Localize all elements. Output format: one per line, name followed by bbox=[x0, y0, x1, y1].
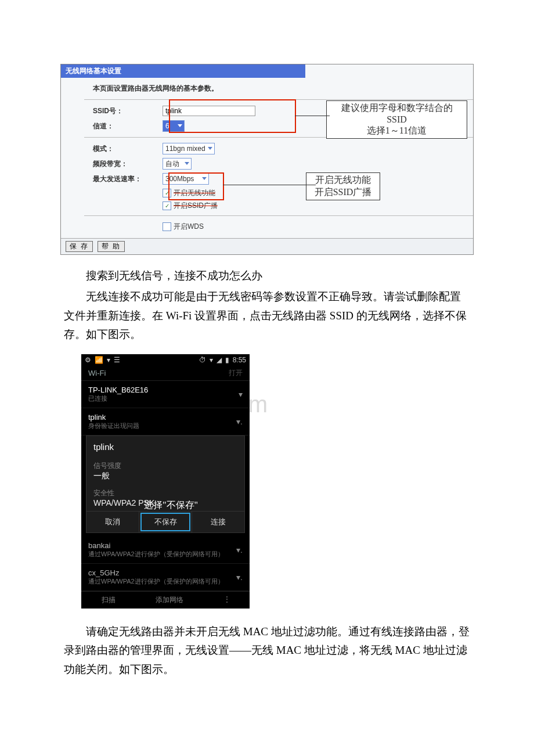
annotation-forget: 选择"不保存" bbox=[144, 499, 198, 512]
label-channel: 信道： bbox=[93, 121, 163, 131]
label-maxrate: 最大发送速率： bbox=[93, 174, 163, 184]
maxrate-select[interactable]: 300Mbps bbox=[163, 173, 209, 185]
paragraph-1: 搜索到无线信号，连接不成功怎么办 bbox=[64, 267, 470, 285]
help-button[interactable]: 帮 助 bbox=[98, 241, 125, 252]
clock: 8:55 bbox=[233, 356, 246, 364]
wifi-screen-title: Wi-Fi bbox=[88, 369, 106, 377]
enable-wireless-checkbox[interactable] bbox=[163, 189, 171, 197]
network-status: 通过WPA/WPA2进行保护（受保护的网络可用） bbox=[88, 577, 224, 586]
wifi-status-icon: ▾ bbox=[107, 356, 110, 364]
enable-wds-label: 开启WDS bbox=[174, 222, 204, 232]
signal-strength-label: 信号强度 bbox=[93, 462, 121, 470]
router-settings-screenshot: 无线网络基本设置 本页面设置路由器无线网络的基本参数。 SSID号： 信道： 6 bbox=[60, 64, 474, 255]
security-label: 安全性 bbox=[93, 489, 114, 497]
network-item[interactable]: tplink 身份验证出现问题 ▾. bbox=[81, 408, 250, 435]
dialog-forget-button[interactable]: 不保存 bbox=[139, 512, 192, 532]
enable-wireless-label: 开启无线功能 bbox=[174, 188, 215, 198]
label-ssid: SSID号： bbox=[93, 106, 163, 116]
label-bandwidth: 频段带宽： bbox=[93, 159, 163, 169]
label-mode: 模式： bbox=[93, 144, 163, 154]
network-name: tplink bbox=[88, 413, 106, 422]
scan-button[interactable]: 扫描 bbox=[102, 595, 116, 605]
alarm-icon: ⏱ bbox=[199, 356, 206, 364]
save-button[interactable]: 保 存 bbox=[66, 241, 93, 252]
network-name: bankai bbox=[88, 541, 110, 550]
dialog-connect-button[interactable]: 连接 bbox=[192, 512, 244, 532]
cell-icon: ◢ bbox=[217, 356, 222, 364]
enable-wds-checkbox[interactable] bbox=[163, 222, 171, 231]
add-network-button[interactable]: 添加网络 bbox=[156, 595, 183, 605]
network-item[interactable]: TP-LINK_B62E16 已连接 ▾ bbox=[81, 381, 250, 408]
bluetooth-icon: ⚙ bbox=[85, 356, 91, 364]
callout-ssid-advice: 建议使用字母和数字结合的SSID 选择1～11信道 bbox=[326, 100, 467, 139]
wifi-signal-lock-icon: ▾. bbox=[236, 417, 243, 426]
network-details-dialog: tplink 信号强度 一般 安全性 WPA/WPA2 PSK 取消 不保存 连… bbox=[86, 435, 245, 533]
signal-icon: 📶 bbox=[95, 356, 103, 364]
wifi-signal-lock-icon: ▾. bbox=[236, 573, 243, 582]
app-icon: ☰ bbox=[114, 356, 120, 364]
wifi-signal-icon: ▾ bbox=[239, 390, 243, 399]
dialog-title: tplink bbox=[86, 436, 244, 458]
network-item[interactable]: bankai 通过WPA/WPA2进行保护（受保护的网络可用） ▾. bbox=[81, 537, 250, 564]
channel-select[interactable]: 6 bbox=[163, 120, 185, 132]
phone-wifi-screenshot: ⚙ 📶 ▾ ☰ ⏱ ▾ ◢ ▮ 8:55 Wi-Fi 打开 bbox=[81, 354, 250, 609]
enable-ssid-broadcast-checkbox[interactable] bbox=[163, 201, 171, 210]
network-name: TP-LINK_B62E16 bbox=[88, 386, 148, 394]
ssid-input[interactable] bbox=[163, 106, 255, 116]
network-status: 已连接 bbox=[88, 394, 148, 403]
enable-ssid-broadcast-label: 开启SSID广播 bbox=[174, 201, 218, 211]
callout-enable-options: 开启无线功能 开启SSID广播 bbox=[306, 172, 380, 200]
battery-icon: ▮ bbox=[225, 356, 229, 364]
wifi-toggle[interactable]: 打开 bbox=[229, 368, 243, 378]
dialog-cancel-button[interactable]: 取消 bbox=[86, 512, 139, 532]
network-status: 身份验证出现问题 bbox=[88, 422, 139, 430]
panel-title: 无线网络基本设置 bbox=[61, 64, 305, 78]
panel-description: 本页面设置路由器无线网络的基本参数。 bbox=[93, 84, 473, 93]
network-item[interactable]: cx_5GHz 通过WPA/WPA2进行保护（受保护的网络可用） ▾. bbox=[81, 564, 250, 591]
network-status: 通过WPA/WPA2进行保护（受保护的网络可用） bbox=[88, 550, 224, 559]
paragraph-2: 无线连接不成功可能是由于无线密码等参数设置不正确导致。请尝试删除配置文件并重新连… bbox=[64, 287, 470, 344]
menu-icon[interactable]: ⋮ bbox=[223, 595, 229, 605]
paragraph-3: 请确定无线路由器并未开启无线 MAC 地址过滤功能。通过有线连接路由器，登录到路… bbox=[64, 622, 470, 679]
mode-select[interactable]: 11bgn mixed bbox=[163, 143, 215, 154]
network-name: cx_5GHz bbox=[88, 568, 119, 577]
bandwidth-select[interactable]: 自动 bbox=[163, 158, 192, 170]
wifi-signal-lock-icon: ▾. bbox=[236, 545, 243, 555]
signal-strength-value: 一般 bbox=[93, 471, 237, 481]
status-left-icons: ⚙ 📶 ▾ ☰ bbox=[85, 356, 120, 364]
wifi-icon: ▾ bbox=[210, 356, 213, 364]
